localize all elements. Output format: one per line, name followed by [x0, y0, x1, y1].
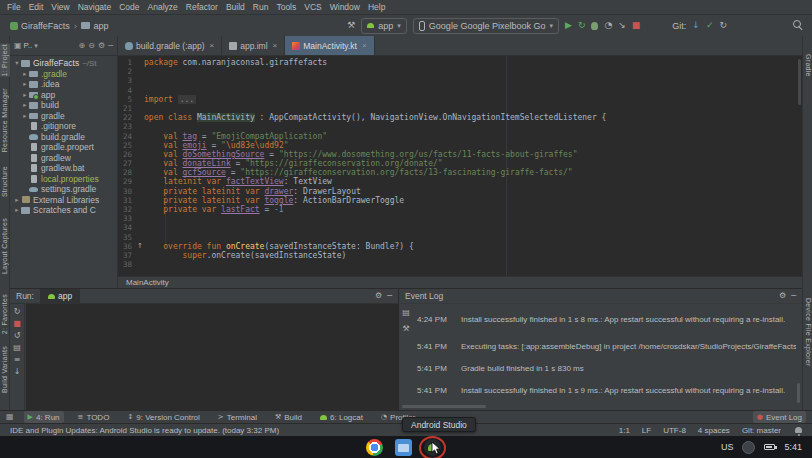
chrome-app-icon[interactable] [366, 439, 383, 456]
close-tab-icon[interactable]: × [362, 41, 367, 50]
line-number[interactable]: 33 [118, 214, 136, 223]
event-log-entries[interactable]: 4:24 PMInstall successfully finished in … [417, 304, 796, 402]
files-app-icon[interactable] [395, 439, 412, 456]
notification-indicator-icon[interactable] [742, 441, 755, 454]
stop-icon[interactable]: ■ [13, 320, 21, 328]
stripe-button-resource-manager[interactable]: Resource Manager [0, 88, 10, 152]
line-number[interactable]: 37 [118, 251, 136, 260]
line-number[interactable]: 34 [118, 223, 136, 232]
line-number[interactable]: 24 [118, 132, 136, 141]
line-number[interactable]: 27 [118, 159, 136, 168]
collapse-all-icon[interactable]: ⊖ [88, 42, 95, 50]
status-lf[interactable]: LF [642, 426, 651, 435]
stripe-button-gradle[interactable]: Gradle [803, 54, 812, 77]
layout-editor-icon[interactable]: ▤ [13, 344, 21, 352]
menu-item-help[interactable]: Help [364, 0, 389, 14]
close-tab-icon[interactable]: × [273, 41, 278, 50]
build-hammer-icon[interactable]: ⚒ [347, 21, 355, 30]
tree-item-giraffefacts[interactable]: ▾GiraffeFacts ~/St [10, 58, 117, 69]
tree-item-gradle[interactable]: ▸gradle [10, 111, 117, 122]
tree-item-gitignore[interactable]: .gitignore [10, 121, 117, 132]
project-view-select[interactable]: ▣ P.. ▾ [14, 41, 38, 50]
status-utf-8[interactable]: UTF-8 [663, 426, 686, 435]
stripe-button-structure[interactable]: Structure [0, 166, 10, 197]
rerun-icon[interactable]: ↻ [14, 308, 21, 316]
toolwindow-button-todo[interactable]: ≡TODO [74, 411, 114, 423]
toolwindow-button-event-log[interactable]: ●Event Log [753, 411, 806, 423]
chevron-icon[interactable]: ▸ [21, 80, 29, 88]
close-tab-icon[interactable]: × [210, 41, 215, 50]
menu-item-window[interactable]: Window [326, 0, 364, 14]
code-editor[interactable]: 1package com.naranjaconsal.giraffefacts2… [118, 56, 802, 276]
breadcrumb-item-mainactivity[interactable]: MainActivity [126, 278, 169, 287]
collapse-icon[interactable]: ≡ [14, 356, 21, 364]
run-config-select[interactable]: app ▾ [361, 18, 407, 34]
toolwindow-button-build[interactable]: ⚒Build [271, 411, 306, 423]
status-git-master[interactable]: Git: master [742, 426, 781, 435]
tree-item-gradlew[interactable]: gradlew [10, 153, 117, 164]
run-tab-app[interactable]: app [40, 289, 80, 303]
horizontal-scrollbar[interactable] [402, 405, 486, 408]
chevron-icon[interactable]: ▸ [21, 112, 29, 120]
stop-icon[interactable]: ■ [632, 21, 641, 30]
line-number[interactable]: 5 [118, 95, 136, 104]
apply-changes-icon[interactable]: ↻ [578, 21, 586, 30]
chevron-icon[interactable]: ▸ [21, 101, 29, 109]
notifications-bell-icon[interactable] [795, 427, 802, 433]
line-number[interactable]: 29 [118, 177, 136, 186]
toolwindow-switcher-icon[interactable]: ▦ [6, 413, 14, 421]
menu-item-vcs[interactable]: VCS [300, 0, 325, 14]
log-list-icon[interactable]: ▤ [402, 309, 410, 317]
line-number[interactable]: 22 [118, 113, 136, 122]
status-1-1[interactable]: 1:1 [619, 426, 630, 435]
chevron-icon[interactable]: ▸ [13, 206, 21, 214]
menu-item-edit[interactable]: Edit [25, 0, 48, 14]
status-4-spaces[interactable]: 4 spaces [698, 426, 730, 435]
editor-tab-build-gradle-app[interactable]: build.gradle (:app)× [118, 36, 222, 55]
tree-item-gradlew-bat[interactable]: gradlew.bat [10, 163, 117, 174]
keyboard-layout-indicator[interactable]: US [721, 442, 734, 452]
tree-item-build[interactable]: ▸build [10, 100, 117, 111]
line-number[interactable]: 36 [118, 242, 136, 251]
vertical-scrollbar[interactable] [797, 383, 800, 403]
line-number[interactable]: 3 [118, 76, 136, 85]
line-number[interactable]: 38 [118, 260, 136, 269]
hide-panel-icon[interactable]: ─ [108, 42, 113, 50]
toolwindow-button-terminal[interactable]: >Terminal [214, 411, 261, 423]
log-settings-icon[interactable]: ⚒ [402, 325, 409, 333]
stripe-button-layout-captures[interactable]: Layout Captures [0, 218, 10, 274]
tree-item-settings-gradle[interactable]: settings.gradle [10, 184, 117, 195]
line-number[interactable]: 4 [118, 86, 136, 95]
chevron-icon[interactable]: ▾ [13, 59, 21, 67]
hide-panel-icon[interactable]: ─ [387, 292, 392, 300]
tree-item-scratches-and-c[interactable]: ▸Scratches and C [10, 205, 117, 216]
line-number[interactable]: 2 [118, 67, 136, 76]
debug-icon[interactable] [591, 22, 598, 30]
editor-tab-app-iml[interactable]: app.iml× [222, 36, 285, 55]
settings-icon[interactable]: ⚙ [779, 292, 786, 300]
stripe-button-1-project[interactable]: 1: Project [0, 44, 10, 77]
stripe-button-2-favorites[interactable]: 2: Favorites [0, 294, 10, 334]
line-number[interactable]: 30 [118, 187, 136, 196]
tree-item-build-gradle[interactable]: build.gradle [10, 132, 117, 143]
chevron-icon[interactable]: ▸ [13, 196, 21, 204]
line-number[interactable]: 21 [118, 104, 136, 113]
menu-item-refactor[interactable]: Refactor [182, 0, 222, 14]
line-number[interactable]: 23 [118, 122, 136, 131]
menu-item-file[interactable]: File [3, 0, 25, 14]
restart-activity-icon[interactable]: ↺ [14, 332, 21, 340]
line-number[interactable]: 31 [118, 196, 136, 205]
chevron-icon[interactable]: ▸ [21, 70, 29, 78]
menu-item-navigate[interactable]: Navigate [74, 0, 116, 14]
git-rollback-icon[interactable]: ↻ [719, 21, 727, 30]
clock[interactable]: 5:41 [784, 442, 802, 452]
git-commit-icon[interactable]: ✓ [706, 21, 714, 30]
breadcrumb-item-giraffefacts[interactable]: GiraffeFacts [10, 21, 70, 31]
menu-item-tools[interactable]: Tools [272, 0, 300, 14]
menu-item-code[interactable]: Code [115, 0, 143, 14]
line-number[interactable]: 35 [118, 233, 136, 242]
tree-item-idea[interactable]: ▸.idea [10, 79, 117, 90]
attach-debugger-icon[interactable]: ↘ [618, 21, 626, 30]
git-update-icon[interactable]: ↓ [692, 21, 700, 30]
menu-item-run[interactable]: Run [249, 0, 273, 14]
